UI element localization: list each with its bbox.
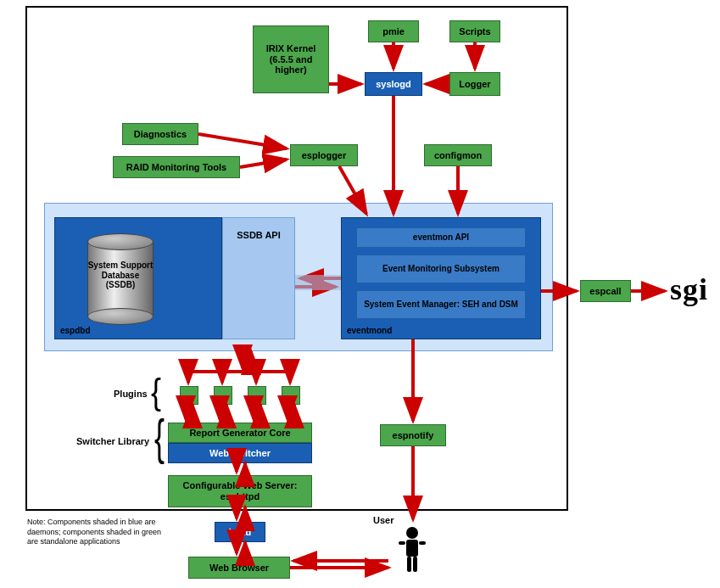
node-eventmon-api: eventmon API xyxy=(356,227,526,248)
brace-switcher-icon: { xyxy=(154,413,165,462)
node-configmon: configmon xyxy=(424,144,492,166)
label-switcher-library: Switcher Library xyxy=(76,436,149,446)
label-espdbd: espdbd xyxy=(60,326,91,336)
node-espnotify: espnotify xyxy=(380,424,446,446)
plugin-3 xyxy=(248,386,266,405)
node-web-switcher: Web Switcher xyxy=(168,443,312,463)
node-event-monitoring-subsystem: Event Monitoring Subsystem xyxy=(356,255,526,283)
node-report-generator-core: Report Generator Core xyxy=(168,423,312,443)
node-scripts: Scripts xyxy=(449,20,500,42)
svg-rect-3 xyxy=(419,541,426,545)
brace-plugins-icon: { xyxy=(151,373,161,410)
node-syslogd: syslogd xyxy=(365,72,422,96)
user-icon xyxy=(395,526,429,580)
svg-rect-2 xyxy=(399,541,405,545)
note-legend: Note: Components shaded in blue are daem… xyxy=(27,518,171,547)
plugin-4 xyxy=(282,386,300,405)
node-logger: Logger xyxy=(449,72,500,96)
node-espcall: espcall xyxy=(580,280,631,302)
svg-rect-5 xyxy=(413,557,417,572)
plugin-2 xyxy=(214,386,232,405)
node-web-browser: Web Browser xyxy=(188,557,290,579)
node-ssdb-api: SSDB API xyxy=(222,217,295,339)
node-pmie: pmie xyxy=(368,20,419,42)
label-plugins: Plugins xyxy=(114,389,148,399)
label-ssdb: System Support Database (SSDB) xyxy=(87,260,153,290)
node-raid-monitoring: RAID Monitoring Tools xyxy=(113,156,240,178)
svg-rect-1 xyxy=(406,540,418,557)
label-user: User xyxy=(373,515,393,525)
sgi-logo: sgi xyxy=(670,272,708,307)
svg-rect-4 xyxy=(407,557,411,572)
node-esplogger: esplogger xyxy=(290,144,358,166)
node-web-server: Configurable Web Server: esphttpd xyxy=(168,475,312,507)
plugin-1 xyxy=(180,386,198,405)
svg-point-0 xyxy=(406,527,418,539)
node-irix-kernel: IRIX Kernel (6.5.5 and higher) xyxy=(253,25,329,93)
node-system-event-manager: System Event Manager: SEH and DSM xyxy=(356,290,526,319)
node-inetd: inetd xyxy=(215,522,265,542)
datastore-ssdb: System Support Database (SSDB) xyxy=(87,233,153,325)
label-eventmond: eventmond xyxy=(347,326,392,336)
node-diagnostics: Diagnostics xyxy=(122,123,198,145)
